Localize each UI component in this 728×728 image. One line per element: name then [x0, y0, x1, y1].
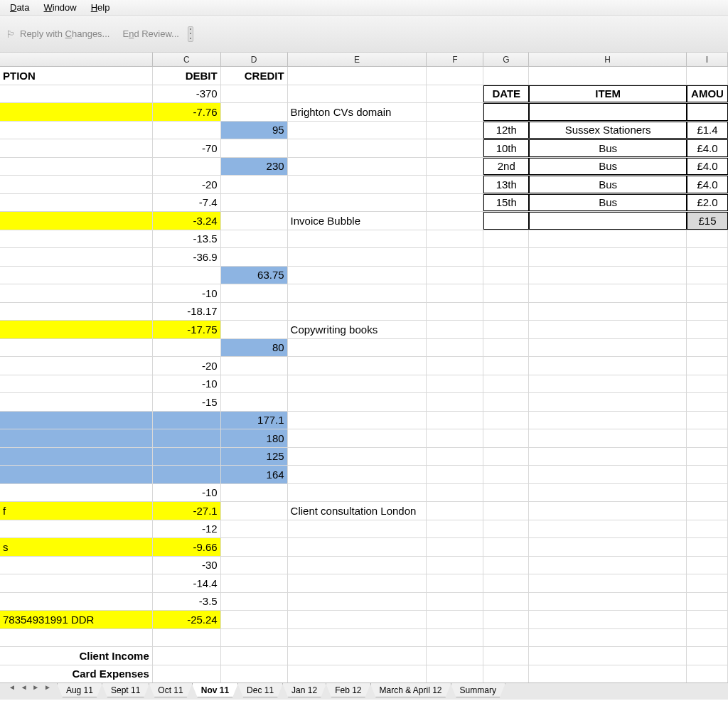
cell[interactable] — [483, 593, 529, 611]
cell[interactable] — [0, 230, 153, 248]
cell[interactable] — [687, 448, 728, 466]
cell[interactable] — [0, 357, 153, 375]
cell[interactable] — [288, 375, 427, 393]
cell[interactable] — [427, 412, 483, 429]
cell[interactable] — [221, 375, 288, 393]
cell[interactable] — [0, 248, 153, 266]
cell[interactable] — [288, 593, 427, 611]
cell[interactable]: 177.1 — [221, 412, 288, 429]
sheet-tab[interactable]: Dec 11 — [237, 683, 283, 697]
cell[interactable] — [687, 303, 728, 321]
cell[interactable] — [288, 176, 427, 193]
cell[interactable] — [483, 212, 529, 230]
cell[interactable]: 95 — [221, 122, 288, 139]
cell[interactable] — [529, 538, 687, 556]
cell[interactable] — [483, 339, 529, 357]
sheet-tab[interactable]: Oct 11 — [149, 683, 192, 697]
cell[interactable] — [288, 557, 427, 574]
cell[interactable] — [529, 339, 687, 357]
cell[interactable] — [427, 339, 483, 357]
cell[interactable] — [529, 429, 687, 447]
cell[interactable] — [288, 574, 427, 592]
cell[interactable]: £4.0 — [687, 176, 728, 193]
cell[interactable] — [427, 212, 483, 230]
cell[interactable] — [427, 629, 483, 647]
cell[interactable] — [288, 448, 427, 466]
cell[interactable] — [529, 665, 687, 683]
cell[interactable] — [529, 448, 687, 466]
cell[interactable] — [529, 248, 687, 266]
cell[interactable] — [529, 611, 687, 628]
cell[interactable] — [687, 429, 728, 447]
cell[interactable] — [288, 647, 427, 665]
cell[interactable] — [221, 520, 288, 538]
cell[interactable] — [529, 267, 687, 284]
cell[interactable] — [0, 176, 153, 193]
cell[interactable] — [483, 448, 529, 466]
cell[interactable]: 10th — [483, 139, 529, 157]
cell[interactable] — [288, 611, 427, 628]
cell[interactable] — [221, 303, 288, 321]
cell[interactable] — [687, 267, 728, 284]
cell[interactable] — [0, 629, 153, 647]
cell[interactable] — [0, 158, 153, 176]
sheet-tab[interactable]: Feb 12 — [326, 683, 370, 697]
cell[interactable] — [288, 230, 427, 248]
cell[interactable] — [221, 212, 288, 230]
cell[interactable] — [153, 122, 221, 139]
cell[interactable] — [0, 303, 153, 321]
cell[interactable] — [427, 103, 483, 121]
cell[interactable]: PTION — [0, 67, 153, 85]
cell[interactable]: 63.75 — [221, 267, 288, 284]
cell[interactable] — [221, 665, 288, 683]
cell[interactable] — [483, 502, 529, 520]
cell[interactable] — [483, 321, 529, 338]
cell[interactable] — [483, 574, 529, 592]
cell[interactable] — [221, 194, 288, 212]
cell[interactable] — [288, 412, 427, 429]
cell[interactable]: -18.17 — [153, 303, 221, 321]
cell[interactable]: -7.76 — [153, 103, 221, 121]
col-header[interactable] — [0, 53, 153, 66]
cell[interactable] — [483, 248, 529, 266]
cell[interactable] — [221, 139, 288, 157]
cell[interactable]: -3.5 — [153, 593, 221, 611]
cell[interactable]: -20 — [153, 357, 221, 375]
cell[interactable]: £15 — [687, 212, 728, 230]
cell[interactable] — [427, 303, 483, 321]
reply-with-changes-button[interactable]: Reply with Changes... — [20, 28, 109, 39]
cell[interactable] — [427, 611, 483, 628]
cell[interactable] — [427, 176, 483, 193]
cell[interactable] — [529, 375, 687, 393]
cell[interactable] — [221, 284, 288, 302]
col-header-e[interactable]: E — [288, 53, 427, 66]
cell[interactable]: AMOU — [687, 85, 728, 103]
cell[interactable] — [427, 593, 483, 611]
cell[interactable]: -7.4 — [153, 194, 221, 212]
cell[interactable] — [153, 339, 221, 357]
col-header-i[interactable]: I — [687, 53, 728, 66]
cell[interactable]: ITEM — [529, 85, 687, 103]
cell[interactable] — [0, 574, 153, 592]
cell[interactable] — [288, 67, 427, 85]
cell[interactable]: 125 — [221, 448, 288, 466]
cell[interactable] — [483, 520, 529, 538]
cell[interactable] — [221, 502, 288, 520]
cell[interactable] — [427, 520, 483, 538]
cell[interactable]: Client Income — [0, 647, 153, 665]
cell[interactable] — [221, 230, 288, 248]
cell[interactable] — [483, 429, 529, 447]
cell[interactable] — [0, 122, 153, 139]
cell[interactable] — [221, 393, 288, 411]
cell[interactable] — [288, 466, 427, 483]
cell[interactable] — [687, 321, 728, 338]
cell[interactable]: Invoice Bubble — [288, 212, 427, 230]
cell[interactable] — [427, 557, 483, 574]
cell[interactable] — [529, 593, 687, 611]
cell[interactable] — [529, 357, 687, 375]
cell[interactable] — [483, 375, 529, 393]
cell[interactable] — [0, 593, 153, 611]
cell[interactable] — [427, 448, 483, 466]
cell[interactable] — [529, 647, 687, 665]
cell[interactable] — [221, 629, 288, 647]
